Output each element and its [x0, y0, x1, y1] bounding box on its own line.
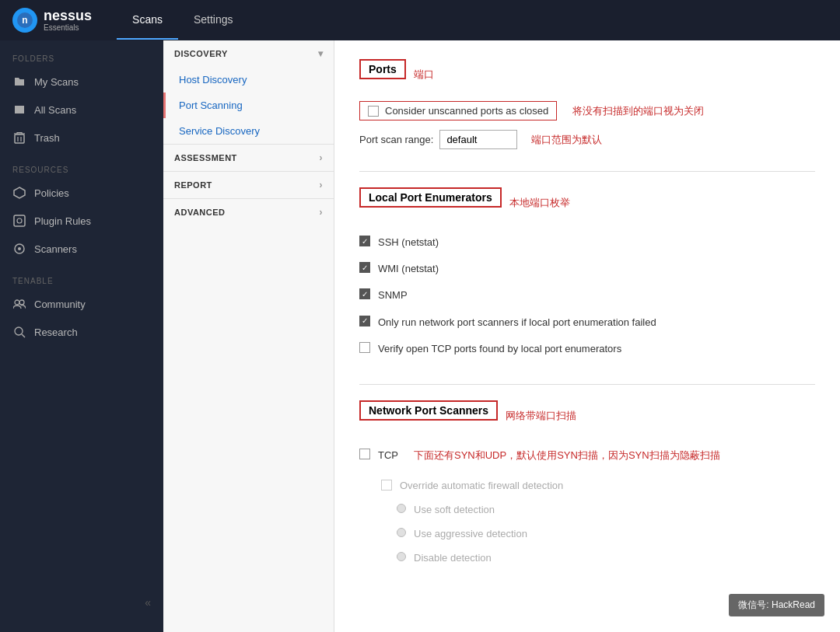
- config-port-scanning[interactable]: Port Scanning: [163, 93, 334, 118]
- sidebar-bottom: «: [0, 588, 163, 616]
- svg-marker-6: [14, 187, 25, 198]
- local-port-annotation: 本地端口枚举: [509, 196, 570, 210]
- sidebar-item-scanners[interactable]: Scanners: [0, 235, 163, 263]
- sidebar: FOLDERS My Scans All Scans Trash RESOURC…: [0, 40, 163, 632]
- check-disable-detection: Disable detection: [381, 546, 815, 570]
- sidebar-item-community[interactable]: Community: [0, 290, 163, 318]
- my-scans-label: My Scans: [34, 76, 79, 88]
- separator-2: [359, 384, 815, 385]
- port-range-input[interactable]: [439, 130, 517, 149]
- local-port-title: Local Port Enumerators: [359, 187, 502, 208]
- network-port-annotation: 网络带端口扫描: [506, 409, 576, 423]
- sidebar-item-all-scans[interactable]: All Scans: [0, 96, 163, 124]
- separator-1: [359, 171, 815, 172]
- ssh-checkbox[interactable]: [359, 236, 370, 246]
- wmi-checkbox[interactable]: [359, 262, 370, 273]
- network-port-section: Network Port Scanners 网络带端口扫描 TCP 下面还有SY…: [359, 400, 815, 570]
- ports-title: Ports: [359, 59, 406, 79]
- sidebar-item-trash[interactable]: Trash: [0, 124, 163, 152]
- snmp-label: SNMP: [378, 288, 408, 302]
- tcp-checkbox[interactable]: [359, 449, 370, 459]
- snmp-checkbox[interactable]: [359, 288, 370, 299]
- verify-tcp-label: Verify open TCP ports found by local por…: [378, 342, 621, 356]
- override-firewall-checkbox[interactable]: [381, 480, 392, 491]
- svg-line-14: [22, 334, 25, 337]
- check-verify-tcp: Verify open TCP ports found by local por…: [359, 336, 815, 362]
- soft-detection-label: Use soft detection: [414, 504, 495, 515]
- local-port-section: Local Port Enumerators 本地端口枚举 SSH (netst…: [359, 187, 815, 362]
- disable-detection-label: Disable detection: [414, 552, 492, 564]
- community-icon: [12, 297, 26, 311]
- discovery-section-header[interactable]: DISCOVERY ▾: [163, 40, 334, 67]
- consider-label: Consider unscanned ports as closed: [385, 105, 548, 117]
- check-aggressive-detection: Use aggressive detection: [381, 522, 815, 546]
- report-section-header[interactable]: REPORT ›: [163, 171, 334, 198]
- assessment-section-header[interactable]: ASSESSMENT ›: [163, 144, 334, 171]
- report-arrow: ›: [320, 180, 324, 190]
- config-host-discovery[interactable]: Host Discovery: [163, 67, 334, 93]
- trash-icon: [12, 131, 26, 145]
- collapse-icon[interactable]: «: [145, 596, 151, 609]
- sidebar-item-policies[interactable]: Policies: [0, 179, 163, 207]
- sidebar-item-research[interactable]: Research: [0, 318, 163, 346]
- tcp-row: TCP 下面还有SYN和UDP，默认使用SYN扫描，因为SYN扫描为隐蔽扫描: [359, 442, 815, 469]
- ports-title-row: Ports 端口: [359, 59, 815, 90]
- disable-detection-radio[interactable]: [397, 552, 406, 561]
- svg-rect-2: [15, 134, 24, 143]
- policies-label: Policies: [34, 187, 69, 199]
- plugin-rules-label: Plugin Rules: [34, 215, 91, 227]
- logo-icon: n: [12, 8, 37, 33]
- assessment-label: ASSESSMENT: [174, 153, 237, 162]
- plugin-rules-icon: [12, 214, 26, 228]
- discovery-arrow: ▾: [318, 48, 324, 59]
- nav-tab-settings[interactable]: Settings: [178, 1, 249, 40]
- only-run-label: Only run network port scanners if local …: [378, 316, 656, 330]
- folders-title: FOLDERS: [0, 40, 163, 68]
- trash-label: Trash: [34, 132, 60, 144]
- assessment-arrow: ›: [320, 152, 324, 163]
- consider-checkbox[interactable]: [368, 106, 379, 117]
- check-soft-detection: Use soft detection: [381, 498, 815, 522]
- research-label: Research: [34, 326, 78, 338]
- config-panel: DISCOVERY ▾ Host Discovery Port Scanning…: [163, 40, 334, 632]
- nav-tabs: Scans Settings: [117, 1, 249, 40]
- config-service-discovery[interactable]: Service Discovery: [163, 118, 334, 144]
- community-label: Community: [34, 299, 86, 310]
- local-port-title-row: Local Port Enumerators 本地端口枚举: [359, 187, 815, 218]
- verify-tcp-checkbox[interactable]: [359, 342, 370, 353]
- consider-annotation: 将没有扫描到的端口视为关闭: [572, 104, 704, 118]
- resources-title: RESOURCES: [0, 152, 163, 179]
- svg-point-13: [15, 327, 23, 335]
- only-run-checkbox[interactable]: [359, 316, 370, 326]
- advanced-section-header[interactable]: ADVANCED ›: [163, 198, 334, 225]
- aggressive-detection-radio[interactable]: [397, 528, 406, 537]
- check-snmp: SNMP: [359, 282, 815, 309]
- tcp-label: TCP: [378, 449, 398, 463]
- nav-tab-scans[interactable]: Scans: [117, 1, 178, 40]
- main-content: Ports 端口 Consider unscanned ports as clo…: [334, 40, 840, 632]
- aggressive-detection-label: Use aggressive detection: [414, 528, 527, 539]
- check-wmi: WMI (netstat): [359, 256, 815, 282]
- svg-point-10: [18, 247, 21, 250]
- main-layout: FOLDERS My Scans All Scans Trash RESOURC…: [0, 40, 840, 632]
- logo-text-area: nessus Essentials: [44, 9, 92, 33]
- check-override-firewall: Override automatic firewall detection: [381, 473, 815, 498]
- tcp-sub-items: Override automatic firewall detection Us…: [359, 473, 815, 570]
- tenable-title: TENABLE: [0, 263, 163, 290]
- ports-annotation: 端口: [414, 68, 434, 82]
- svg-rect-7: [14, 215, 25, 226]
- svg-point-8: [17, 218, 22, 223]
- override-firewall-label: Override automatic firewall detection: [400, 480, 563, 491]
- policies-icon: [12, 186, 26, 200]
- sidebar-item-my-scans[interactable]: My Scans: [0, 68, 163, 96]
- consider-ports-row: Consider unscanned ports as closed 将没有扫描…: [359, 101, 815, 120]
- consider-box: Consider unscanned ports as closed: [359, 101, 557, 120]
- discovery-label: DISCOVERY: [174, 49, 228, 58]
- research-icon: [12, 325, 26, 339]
- ssh-label: SSH (netstat): [378, 236, 439, 250]
- network-port-title-row: Network Port Scanners 网络带端口扫描: [359, 400, 815, 431]
- advanced-label: ADVANCED: [174, 208, 226, 217]
- sidebar-item-plugin-rules[interactable]: Plugin Rules: [0, 207, 163, 235]
- ports-section: Ports 端口 Consider unscanned ports as clo…: [359, 59, 815, 149]
- soft-detection-radio[interactable]: [397, 504, 406, 513]
